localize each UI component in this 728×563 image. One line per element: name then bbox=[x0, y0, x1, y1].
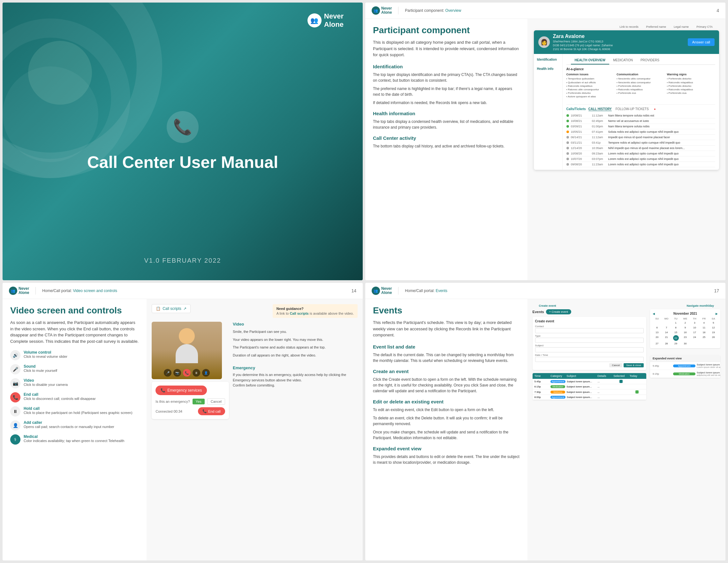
cal-day-10[interactable]: 10 bbox=[690, 325, 699, 330]
events-right-mockup: ◀ November 2021 ▶ SU MO TU WE TH FR SA bbox=[650, 309, 720, 400]
create-event-button[interactable]: + Create event bbox=[546, 309, 571, 314]
events-left: Events This reflects the Participant's s… bbox=[365, 299, 527, 560]
badge-medication-0: Medication bbox=[550, 385, 565, 388]
cal-day-14[interactable]: 14 bbox=[662, 330, 671, 334]
call-dot-1 bbox=[566, 120, 569, 122]
cal-day-23[interactable]: 23 bbox=[681, 335, 689, 341]
cal-day-19[interactable]: 19 bbox=[709, 330, 718, 334]
glance-col-title-warning: Warning signs bbox=[667, 73, 715, 76]
cal-day-24[interactable]: 24 bbox=[690, 335, 699, 341]
form-input-contact[interactable] bbox=[535, 328, 644, 333]
vc-mute-btn[interactable]: 🎤 bbox=[164, 369, 171, 376]
cal-header: ◀ November 2021 ▶ bbox=[653, 312, 718, 315]
form-input-subject[interactable] bbox=[535, 347, 644, 352]
vc-end-btn[interactable]: 📞 bbox=[183, 369, 191, 376]
expanded-event-section: Expanded event view 5:45p Appointment Su… bbox=[650, 355, 720, 378]
cal-next-btn[interactable]: ▶ bbox=[716, 312, 718, 315]
emergency-desc-title: Emergency bbox=[233, 365, 358, 370]
cal-day-dec2[interactable] bbox=[700, 341, 708, 346]
tab-followup-tickets[interactable]: FOLLOW-UP TICKETS bbox=[616, 107, 649, 111]
emergency-confirm-label: Is this an emergency? bbox=[155, 399, 190, 403]
end-call-button[interactable]: 📞 End call bbox=[198, 407, 225, 415]
cal-day-27[interactable]: 27 bbox=[653, 341, 661, 346]
cal-day-16[interactable]: 16 bbox=[681, 330, 689, 334]
exp-event-badge-1: Medication bbox=[673, 372, 695, 375]
call-row-7: 10/08/2009:23amLorem nobis est adipisci … bbox=[566, 151, 715, 156]
pc-identity: Zara Avalone She/Her/Hers 1994 JanCor CT… bbox=[553, 34, 613, 51]
tab-health-overview[interactable]: HEALTH OVERVIEW bbox=[571, 57, 609, 65]
tab-providers[interactable]: PROVIDERS bbox=[637, 57, 663, 65]
form-label-datetime: Date / Time bbox=[535, 354, 644, 356]
cal-day-13[interactable]: 13 bbox=[653, 330, 661, 334]
form-input-datetime[interactable] bbox=[535, 357, 644, 362]
events-intro: This reflects the Participant's schedule… bbox=[373, 319, 520, 338]
cal-day-dec3[interactable] bbox=[709, 341, 718, 346]
cal-day-7[interactable]: 7 bbox=[662, 325, 671, 330]
call-scripts-button[interactable]: 📋 Call scripts ↗ bbox=[152, 304, 191, 313]
cal-day-9[interactable]: 9 bbox=[681, 325, 689, 330]
col-today: Today bbox=[630, 374, 644, 377]
call-row-2: 03/09/2101:00pmNam littera tempore solut… bbox=[566, 124, 715, 129]
section-text-callcenter: The bottom tabs display call history, an… bbox=[373, 143, 520, 149]
cal-day-oct30[interactable] bbox=[653, 321, 661, 325]
today-indicator-0 bbox=[635, 390, 639, 393]
control-endcall-info: End call Click to disconnect call; contr… bbox=[24, 392, 96, 400]
exp-event-time-0: 5:45p bbox=[653, 364, 672, 367]
tab-medication[interactable]: MEDICATION bbox=[609, 57, 637, 65]
pc-main-content: HEALTH OVERVIEW MEDICATION PROVIDERS At-… bbox=[563, 54, 719, 170]
answer-call-button[interactable]: Answer call bbox=[688, 38, 715, 46]
cal-day-12[interactable]: 12 bbox=[709, 325, 718, 330]
call-rows-container: 10/08/2111:12amNam littera tempore solut… bbox=[566, 113, 715, 167]
cal-prev-btn[interactable]: ◀ bbox=[653, 312, 655, 315]
end-call-icon: 📞 bbox=[202, 409, 207, 413]
cal-day-dec1[interactable] bbox=[690, 341, 699, 346]
pc-glance-title: At-a-glance bbox=[566, 67, 715, 71]
tab-call-history[interactable]: CALL HISTORY bbox=[588, 107, 612, 111]
call-time-7: 09:23am bbox=[592, 152, 606, 155]
cal-day-30[interactable]: 30 bbox=[681, 341, 689, 346]
cal-day-18[interactable]: 18 bbox=[700, 330, 708, 334]
cal-day-5[interactable]: 5 bbox=[709, 321, 718, 325]
form-field-contact: Contact bbox=[535, 325, 644, 333]
col-subject: Subject bbox=[566, 374, 596, 377]
cal-day-17[interactable]: 17 bbox=[690, 330, 699, 334]
cover-title: Call Center User Manual bbox=[87, 153, 278, 172]
emergency-cancel-button[interactable]: Cancel bbox=[207, 398, 225, 405]
cal-day-2[interactable]: 2 bbox=[681, 321, 689, 325]
cal-header-sa: SA bbox=[709, 317, 718, 320]
form-cancel-button[interactable]: Cancel bbox=[609, 363, 622, 367]
emergency-confirm-row: Is this an emergency? Yes Cancel bbox=[155, 398, 225, 405]
cal-day-oct31[interactable] bbox=[662, 321, 671, 325]
vc-hold-btn[interactable]: ⏸ bbox=[193, 369, 200, 376]
cal-day-1[interactable]: 1 bbox=[671, 321, 680, 325]
emergency-yes-button[interactable]: Yes bbox=[193, 399, 205, 404]
cal-day-22[interactable]: 22 bbox=[673, 335, 679, 341]
cal-day-29[interactable]: 29 bbox=[671, 341, 680, 346]
form-input-type[interactable] bbox=[535, 338, 644, 343]
cal-header-su: SU bbox=[653, 317, 661, 320]
call-date-6: 12/14/20 bbox=[571, 147, 590, 150]
participant-avatar-area bbox=[176, 328, 198, 363]
cal-day-15[interactable]: 15 bbox=[671, 330, 680, 334]
vc-video-btn[interactable]: 📷 bbox=[173, 369, 181, 376]
cal-day-8[interactable]: 8 bbox=[671, 325, 680, 330]
form-field-subject: Subject bbox=[535, 344, 644, 352]
cal-day-20[interactable]: 20 bbox=[653, 335, 661, 341]
cal-day-26[interactable]: 26 bbox=[709, 335, 718, 341]
call-row-8: 10/07/2003:07pmLorem nobis est adipisci … bbox=[566, 156, 715, 162]
vc-add-btn[interactable]: 👤 bbox=[202, 369, 210, 376]
cal-day-11[interactable]: 11 bbox=[700, 325, 708, 330]
call-text-9: Lorem nobis est adipisci optio cumque ni… bbox=[608, 163, 715, 166]
form-save-button[interactable]: Save & close bbox=[624, 363, 644, 367]
emergency-services-button[interactable]: 📞 Emergency services bbox=[155, 385, 207, 395]
calls-tickets-label: Calls/Tickets bbox=[566, 107, 586, 111]
cal-day-21[interactable]: 21 bbox=[662, 335, 671, 341]
cal-day-4[interactable]: 4 bbox=[700, 321, 708, 325]
cal-day-3[interactable]: 3 bbox=[690, 321, 699, 325]
pc-avatar: 👩 bbox=[538, 36, 550, 48]
call-dot-5 bbox=[566, 141, 569, 144]
cal-day-25[interactable]: 25 bbox=[700, 335, 708, 341]
cal-day-28[interactable]: 28 bbox=[662, 341, 671, 346]
cal-day-6[interactable]: 6 bbox=[653, 325, 661, 330]
pc-tabs-row: HEALTH OVERVIEW MEDICATION PROVIDERS bbox=[566, 57, 715, 65]
